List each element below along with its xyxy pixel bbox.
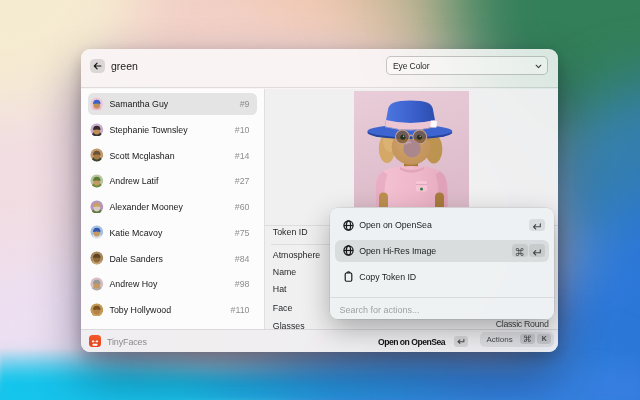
svg-text:⌘: ⌘ [515, 247, 525, 258]
